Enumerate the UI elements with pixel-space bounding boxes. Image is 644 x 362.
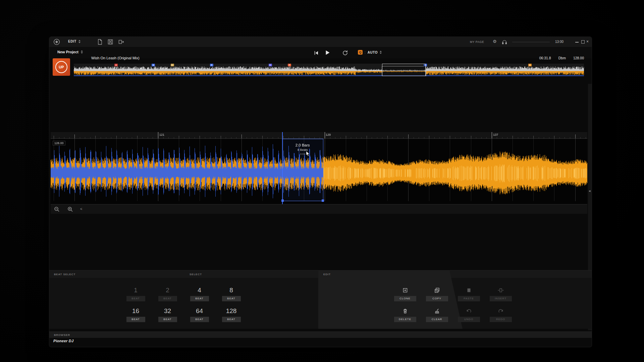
- copy-button[interactable]: COPY: [421, 285, 453, 301]
- minimize-button[interactable]: [575, 42, 579, 43]
- clear-icon: [421, 305, 453, 317]
- quantize-control[interactable]: Q : AUTO: [358, 50, 382, 55]
- level-slider[interactable]: [512, 42, 550, 42]
- quantize-value: AUTO: [368, 51, 378, 54]
- play-button[interactable]: [325, 50, 330, 55]
- collapse-panel-button[interactable]: ◀: [589, 190, 590, 192]
- edit-mode-label: EDIT: [68, 40, 76, 43]
- album-art[interactable]: UP: [53, 58, 70, 76]
- beat-button-2[interactable]: 2 BEAT: [152, 285, 183, 301]
- beat-number: 2: [152, 285, 183, 296]
- project-dropdown[interactable]: New Project: [57, 50, 83, 54]
- cue-marker-A[interactable]: A: [114, 64, 118, 66]
- pioneer-dj-logo: Pioneer DJ: [53, 339, 73, 343]
- my-page-link[interactable]: MY PAGE: [470, 40, 484, 44]
- paste-icon: [453, 285, 485, 296]
- title-bar: EDIT MY PAGE ⚙ 13:00 ×: [49, 37, 592, 47]
- edit-action-label: DELETE: [394, 317, 416, 322]
- cue-marker-C[interactable]: C: [171, 64, 174, 66]
- chevron-updown-icon: [380, 51, 382, 54]
- edit-mode-dropdown[interactable]: EDIT: [68, 40, 80, 43]
- cue-marker-H[interactable]: H: [528, 64, 532, 66]
- beat-number: 128: [215, 305, 247, 317]
- beat-number: 64: [183, 305, 215, 317]
- beat-button-1[interactable]: 1 BEAT: [120, 285, 152, 301]
- track-duration: 06:31.8: [539, 56, 551, 60]
- copy-icon: [421, 285, 453, 296]
- beat-number: 16: [120, 305, 152, 317]
- zoom-out-icon[interactable]: [54, 206, 60, 212]
- view-region[interactable]: [382, 64, 426, 76]
- save-icon[interactable]: [107, 39, 114, 45]
- beat-unit-label: BEAT: [126, 296, 145, 301]
- scroll-left-button[interactable]: <: [80, 207, 82, 211]
- selection-time: 0:03: [282, 153, 323, 156]
- edit-action-label: INSERT: [490, 296, 512, 301]
- undo-button[interactable]: UNDO: [453, 305, 485, 322]
- undo-icon: [453, 305, 485, 317]
- bar-number: 137: [492, 133, 498, 136]
- cue-marker-E[interactable]: E: [269, 64, 272, 66]
- delete-button[interactable]: DELETE: [389, 305, 421, 322]
- edit-action-label: PASTE: [458, 296, 480, 301]
- loop-icon[interactable]: [342, 50, 348, 56]
- edit-action-label: REDO: [490, 317, 512, 322]
- insert-button[interactable]: INSERT: [485, 285, 517, 301]
- beat-unit-label: BEAT: [190, 317, 209, 322]
- close-button[interactable]: ×: [586, 39, 589, 44]
- ruler-labels: 121129137: [51, 132, 587, 139]
- selection-info: 2.0 Bars 8 Beats 0:03: [282, 143, 323, 156]
- edit-action-label: CLONE: [394, 296, 416, 301]
- beat-button-128[interactable]: 128 BEAT: [215, 305, 247, 322]
- skip-to-start-button[interactable]: [314, 50, 319, 56]
- track-bpm: 128.00: [573, 56, 584, 60]
- beat-button-32[interactable]: 32 BEAT: [152, 305, 183, 322]
- beat-button-16[interactable]: 16 BEAT: [120, 305, 152, 322]
- delete-icon: [389, 305, 421, 317]
- browser-title: BROWSER: [54, 334, 70, 337]
- selection-bars: 2.0 Bars: [282, 143, 323, 147]
- headphones-icon[interactable]: [501, 39, 507, 45]
- zoom-in-icon[interactable]: [67, 206, 73, 212]
- grid-bpm-label: 128.00: [53, 141, 65, 145]
- beat-select-title: BEAT SELECT: [54, 273, 76, 276]
- edit-actions-grid: CLONE COPY PASTE: [389, 285, 517, 322]
- clone-button[interactable]: CLONE: [389, 285, 421, 301]
- overview-strip[interactable]: ABCDEFGH: [74, 64, 584, 76]
- selection-box[interactable]: 2.0 Bars 8 Beats 0:03: [282, 139, 323, 201]
- beat-number: 8: [215, 285, 247, 296]
- overview-waveform[interactable]: [74, 66, 584, 76]
- beat-button-4[interactable]: 4 BEAT: [183, 285, 215, 301]
- bottom-panel: BEAT SELECT SELECT EDIT 1 BEAT 2 BEAT 4 …: [49, 270, 592, 329]
- gear-icon[interactable]: ⚙: [493, 39, 497, 44]
- quantize-separator: :: [365, 51, 366, 54]
- edit-action-label: UNDO: [458, 317, 480, 322]
- app-logo-icon[interactable]: [53, 39, 60, 45]
- beat-select-grid: 1 BEAT 2 BEAT 4 BEAT 8 BEAT 16 BEAT 32 B…: [120, 285, 247, 322]
- clear-button[interactable]: CLEAR: [421, 305, 453, 322]
- clone-icon: [389, 285, 421, 296]
- bar-number: 129: [324, 133, 331, 136]
- playhead[interactable]: [282, 132, 283, 204]
- redo-button[interactable]: REDO: [485, 305, 517, 322]
- track-key: Dbm: [558, 56, 566, 60]
- cue-marker-F[interactable]: F: [288, 64, 291, 66]
- mouse-cursor: [306, 151, 310, 157]
- new-file-icon[interactable]: [96, 39, 103, 45]
- album-art-label: UP: [55, 61, 67, 73]
- browser-bar[interactable]: BROWSER: [49, 331, 592, 338]
- cue-marker-B[interactable]: B: [152, 64, 155, 66]
- clock: 13:00: [555, 40, 564, 44]
- paste-button[interactable]: PASTE: [453, 285, 485, 301]
- cue-marker-D[interactable]: D: [210, 64, 213, 66]
- export-icon[interactable]: [118, 39, 124, 45]
- maximize-button[interactable]: [581, 40, 585, 44]
- waveform-editor[interactable]: 121129137 128.00 2.0 Bars 8 Beats 0:03 <: [51, 132, 587, 214]
- chevron-updown-icon: [81, 50, 83, 54]
- beat-button-64[interactable]: 64 BEAT: [183, 305, 215, 322]
- redo-icon: [485, 305, 517, 317]
- beat-button-8[interactable]: 8 BEAT: [215, 285, 247, 301]
- chevron-updown-icon: [78, 40, 80, 43]
- beat-unit-label: BEAT: [158, 296, 177, 301]
- beat-unit-label: BEAT: [222, 296, 241, 301]
